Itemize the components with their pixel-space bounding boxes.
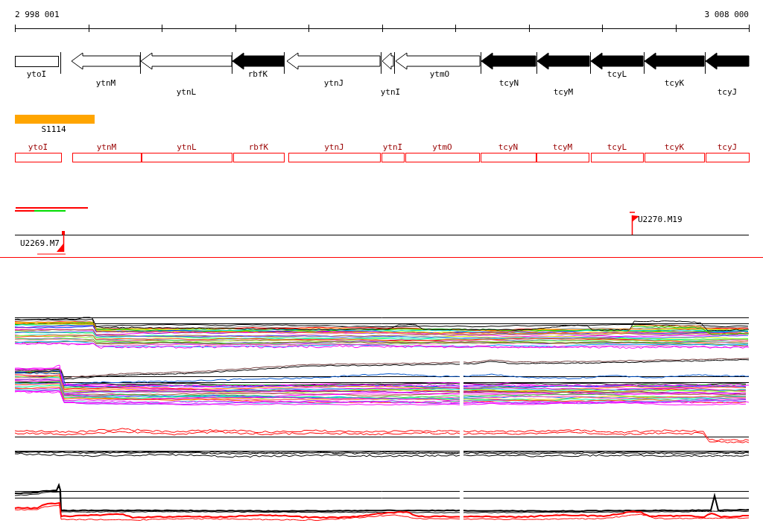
- expression-profile-plot: [0, 0, 763, 532]
- genome-browser-window: 2 998 001 3 008 000 ytoIytnMytnLrbfKytnJ…: [0, 0, 763, 532]
